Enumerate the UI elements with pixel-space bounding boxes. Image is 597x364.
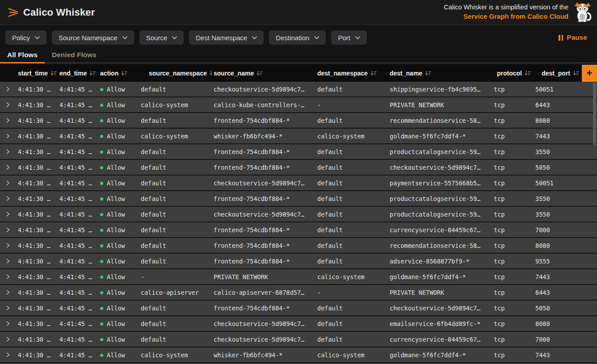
row-expand-chevron[interactable] bbox=[0, 227, 16, 232]
row-expand-chevron[interactable] bbox=[0, 290, 16, 295]
row-expand-chevron[interactable] bbox=[0, 337, 16, 342]
row-expand-chevron[interactable] bbox=[0, 259, 16, 264]
filter-policy[interactable]: Policy bbox=[5, 30, 46, 45]
row-expand-chevron[interactable] bbox=[0, 102, 16, 107]
cell-source-namespace: default bbox=[139, 258, 212, 265]
action-label: Allow bbox=[107, 164, 125, 171]
chevron-down-icon bbox=[35, 36, 40, 39]
filter-source[interactable]: Source bbox=[139, 30, 184, 45]
allow-status-dot bbox=[100, 88, 103, 91]
filter-dest-namespace[interactable]: Dest Namespace bbox=[189, 30, 264, 45]
column-header-action[interactable]: action bbox=[98, 70, 139, 77]
column-header-dest-name[interactable]: dest_name bbox=[388, 70, 492, 77]
scrollbar-thumb[interactable] bbox=[593, 83, 596, 145]
table-row: 4:41:30 …4:41:45 …Allowcalico-apiserverc… bbox=[0, 285, 597, 300]
whisker-logo-icon bbox=[7, 7, 19, 18]
table-row: 4:41:30 …4:41:45 …Allowdefaultfrontend-7… bbox=[0, 222, 597, 237]
cell-source-namespace: calico-system bbox=[139, 133, 212, 140]
row-expand-chevron[interactable] bbox=[0, 165, 16, 170]
column-header-end-time[interactable]: end_time bbox=[58, 70, 98, 77]
cell-source-namespace: default bbox=[139, 242, 212, 249]
cell-action: Allow bbox=[98, 148, 139, 155]
row-expand-chevron[interactable] bbox=[0, 180, 16, 185]
cell-source-name: frontend-754cdbf884-* bbox=[212, 164, 315, 171]
cell-dest-name: PRIVATE NETWORK bbox=[388, 289, 492, 296]
cell-start-time: 4:41:30 … bbox=[16, 273, 58, 280]
add-column-button[interactable]: + bbox=[582, 65, 597, 82]
pause-button[interactable]: Pause bbox=[559, 33, 591, 42]
cell-source-namespace: calico-system bbox=[139, 101, 212, 109]
cell-protocol: tcp bbox=[492, 305, 534, 312]
column-header-source-namespace[interactable]: source_namespace bbox=[139, 70, 212, 77]
row-expand-chevron[interactable] bbox=[0, 87, 16, 92]
cell-start-time: 4:41:30 … bbox=[16, 148, 58, 155]
allow-status-dot bbox=[100, 166, 103, 169]
service-graph-link[interactable]: Service Graph from Calico Cloud bbox=[463, 13, 568, 20]
cell-end-time: 4:41:45 … bbox=[58, 180, 98, 187]
column-header-dest-namespace[interactable]: dest_namespace bbox=[315, 70, 388, 77]
chevron-down-icon bbox=[122, 36, 127, 39]
filter-destination[interactable]: Destination bbox=[269, 30, 326, 45]
cell-end-time: 4:41:45 … bbox=[58, 211, 98, 218]
row-expand-chevron[interactable] bbox=[0, 321, 16, 326]
row-expand-chevron[interactable] bbox=[0, 118, 16, 123]
row-expand-chevron[interactable] bbox=[0, 134, 16, 138]
cell-source-namespace: default bbox=[139, 336, 212, 343]
cell-action: Allow bbox=[98, 273, 139, 280]
row-expand-chevron[interactable] bbox=[0, 305, 16, 310]
expand-chevron-icon bbox=[6, 212, 10, 217]
column-header-start-time[interactable]: start_time bbox=[16, 70, 58, 77]
expand-chevron-icon bbox=[6, 337, 10, 342]
cell-source-namespace: default bbox=[139, 226, 212, 234]
cell-source-name: frontend-754cdbf884-* bbox=[212, 258, 315, 265]
cell-protocol: tcp bbox=[492, 273, 534, 280]
cell-source-namespace: default bbox=[139, 117, 212, 124]
column-header-source-name[interactable]: source_name bbox=[212, 70, 315, 77]
filter-port[interactable]: Port bbox=[331, 30, 367, 45]
filter-source-namespace[interactable]: Source Namespace bbox=[52, 30, 134, 45]
row-expand-chevron[interactable] bbox=[0, 352, 16, 357]
row-expand-chevron[interactable] bbox=[0, 196, 16, 201]
cell-end-time: 4:41:45 … bbox=[58, 336, 98, 343]
cell-start-time: 4:41:30 … bbox=[16, 226, 58, 234]
cell-dest-name: PRIVATE NETWORK bbox=[388, 101, 492, 109]
action-label: Allow bbox=[107, 258, 125, 265]
column-header-protocol[interactable]: protocol bbox=[492, 70, 534, 77]
table-row: 4:41:30 …4:41:45 …Allowcalico-systemwhis… bbox=[0, 129, 597, 143]
cell-dest-port: 3550 bbox=[534, 148, 597, 155]
cell-source-name: whisker-fb6bfc494-* bbox=[212, 133, 315, 140]
column-header-dest-port[interactable]: dest_port bbox=[534, 70, 582, 77]
row-expand-chevron[interactable] bbox=[0, 149, 16, 154]
cell-dest-namespace: - bbox=[315, 289, 388, 296]
cell-dest-name: paymentservice-5575668b5… bbox=[388, 180, 492, 187]
cell-action: Allow bbox=[98, 164, 139, 171]
tab-all-flows-label: All Flows bbox=[7, 51, 38, 59]
action-label: Allow bbox=[107, 336, 125, 343]
tagline: Calico Whisker is a simplified version o… bbox=[444, 3, 574, 22]
allow-status-dot bbox=[100, 291, 103, 294]
allow-status-dot bbox=[100, 307, 103, 310]
allow-status-dot bbox=[100, 119, 103, 122]
expand-chevron-icon bbox=[6, 87, 10, 92]
row-expand-chevron[interactable] bbox=[0, 243, 16, 248]
cell-protocol: tcp bbox=[492, 180, 534, 187]
tab-all-flows[interactable]: All Flows bbox=[0, 48, 45, 63]
column-label: source_namespace bbox=[149, 70, 207, 77]
cell-start-time: 4:41:30 … bbox=[16, 86, 58, 93]
table-row: 4:41:30 …4:41:45 …Allowdefaultfrontend-7… bbox=[0, 144, 597, 159]
cell-action: Allow bbox=[98, 336, 139, 343]
allow-status-dot bbox=[100, 197, 103, 201]
cell-dest-name: goldmane-5f6fc7ddf4-* bbox=[388, 273, 492, 280]
action-label: Allow bbox=[107, 242, 125, 249]
row-expand-chevron[interactable] bbox=[0, 212, 16, 217]
expand-chevron-icon bbox=[6, 102, 10, 107]
cell-protocol: tcp bbox=[492, 242, 534, 249]
cell-dest-port: 7000 bbox=[534, 336, 597, 343]
tab-denied-flows[interactable]: Denied Flows bbox=[45, 48, 104, 63]
cell-source-namespace: default bbox=[139, 211, 212, 218]
cell-dest-namespace: calico-system bbox=[315, 273, 388, 280]
allow-status-dot bbox=[100, 276, 103, 279]
allow-status-dot bbox=[100, 104, 103, 107]
row-expand-chevron[interactable] bbox=[0, 274, 16, 279]
cell-end-time: 4:41:45 … bbox=[58, 258, 98, 265]
